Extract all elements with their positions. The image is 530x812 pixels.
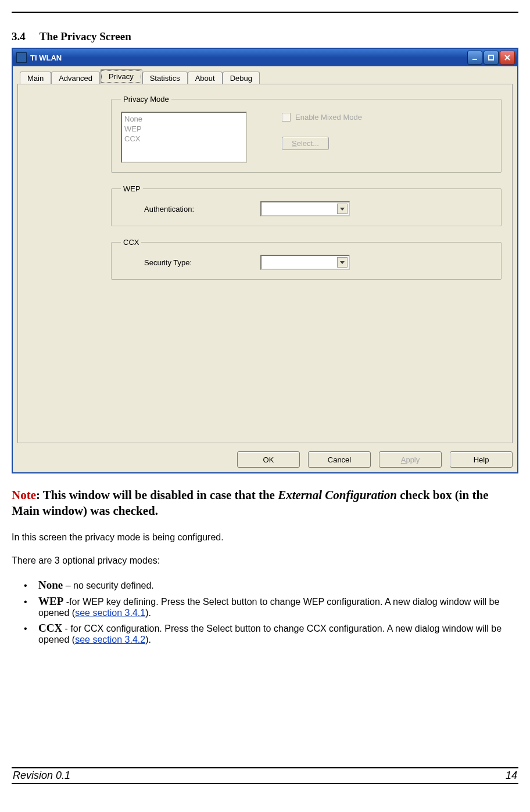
- paragraph-intro: In this screen the privacy mode is being…: [12, 532, 518, 543]
- note-label: Note: [12, 488, 36, 502]
- enable-mixed-mode-label: Enable Mixed Mode: [295, 113, 362, 122]
- group-ccx-legend: CCX: [121, 238, 141, 247]
- ok-button[interactable]: OK: [237, 451, 300, 468]
- window-title: TI WLAN: [30, 54, 62, 62]
- ccx-security-dropdown[interactable]: [260, 255, 350, 270]
- group-privacy-mode-legend: Privacy Mode: [121, 95, 171, 104]
- modes-list: None – no security defined. WEP -for WEP…: [35, 579, 518, 645]
- section-title: The Privacy Screen: [40, 30, 131, 42]
- ccx-security-label: Security Type:: [144, 258, 260, 267]
- footer-revision: Revision 0.1: [13, 770, 70, 782]
- footer-page-number: 14: [506, 770, 517, 782]
- mode-wep: WEP -for WEP key defining. Press the Sel…: [35, 595, 518, 618]
- wep-auth-dropdown[interactable]: [260, 201, 350, 216]
- tab-statistics[interactable]: Statistics: [142, 72, 188, 84]
- tab-advanced[interactable]: Advanced: [51, 72, 100, 84]
- help-button[interactable]: Help: [450, 451, 513, 468]
- group-ccx: CCX Security Type:: [111, 238, 502, 280]
- section-heading: 3.4The Privacy Screen: [12, 30, 518, 43]
- apply-button[interactable]: Apply: [379, 451, 442, 468]
- tab-strip: Main Advanced Privacy Statistics About D…: [20, 70, 513, 84]
- group-wep: WEP Authentication:: [111, 184, 502, 226]
- group-wep-legend: WEP: [121, 184, 143, 193]
- note-paragraph: Note: This window will be disabled in ca…: [12, 487, 518, 519]
- svg-rect-0: [472, 59, 477, 60]
- page-footer: Revision 0.1 14: [12, 766, 518, 785]
- app-icon: [16, 52, 27, 63]
- minimize-button[interactable]: [467, 51, 482, 65]
- tab-debug[interactable]: Debug: [223, 72, 260, 84]
- titlebar[interactable]: TI WLAN: [13, 49, 517, 66]
- link-section-342[interactable]: see section 3.4.2: [75, 635, 145, 644]
- wep-auth-label: Authentication:: [144, 205, 260, 213]
- tab-panel: Privacy Mode None WEP CCX Enable Mixed M…: [17, 84, 513, 443]
- enable-mixed-mode-checkbox[interactable]: [282, 113, 291, 122]
- tab-about[interactable]: About: [188, 72, 223, 84]
- group-privacy-mode: Privacy Mode None WEP CCX Enable Mixed M…: [111, 95, 502, 173]
- mode-none: None – no security defined.: [35, 579, 518, 592]
- section-number: 3.4: [12, 30, 26, 43]
- app-window: TI WLAN Main Advanced Privacy Statistics…: [12, 48, 518, 473]
- privacy-option-ccx[interactable]: CCX: [124, 134, 243, 144]
- link-section-341[interactable]: see section 3.4.1: [75, 608, 145, 618]
- tab-main[interactable]: Main: [20, 72, 51, 84]
- privacy-option-wep[interactable]: WEP: [124, 124, 243, 134]
- select-button[interactable]: Select...: [282, 137, 329, 150]
- svg-rect-1: [489, 55, 493, 60]
- maximize-button[interactable]: [484, 51, 499, 65]
- mode-ccx: CCX - for CCX configuration. Press the S…: [35, 622, 518, 645]
- paragraph-modes: There are 3 optional privacy modes:: [12, 555, 518, 566]
- tab-privacy[interactable]: Privacy: [100, 69, 142, 84]
- dialog-button-bar: OK Cancel Apply Help: [17, 443, 513, 468]
- close-button[interactable]: [500, 51, 515, 65]
- privacy-mode-listbox[interactable]: None WEP CCX: [121, 112, 247, 163]
- privacy-option-none[interactable]: None: [124, 114, 243, 124]
- cancel-button[interactable]: Cancel: [308, 451, 371, 468]
